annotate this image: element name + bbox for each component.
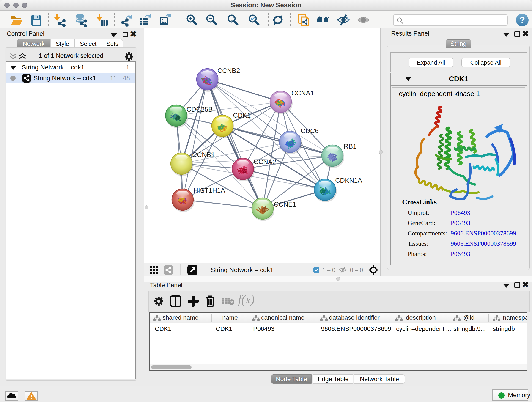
svg-text:CCNB2: CCNB2 [217,67,240,74]
svg-text:CDKN1A: CDKN1A [335,177,362,184]
svg-text:CDK1: CDK1 [233,112,251,119]
svg-text:RB1: RB1 [344,143,356,150]
svg-text:CDC6: CDC6 [301,127,319,134]
svg-text:CCNB1: CCNB1 [192,151,215,158]
svg-text:CDC25B: CDC25B [186,106,213,113]
svg-text:CCNA2: CCNA2 [254,158,276,166]
svg-text:CCNA1: CCNA1 [291,89,314,97]
svg-text:HIST1H1A: HIST1H1A [193,187,225,194]
svg-text:CCNE1: CCNE1 [274,201,296,208]
